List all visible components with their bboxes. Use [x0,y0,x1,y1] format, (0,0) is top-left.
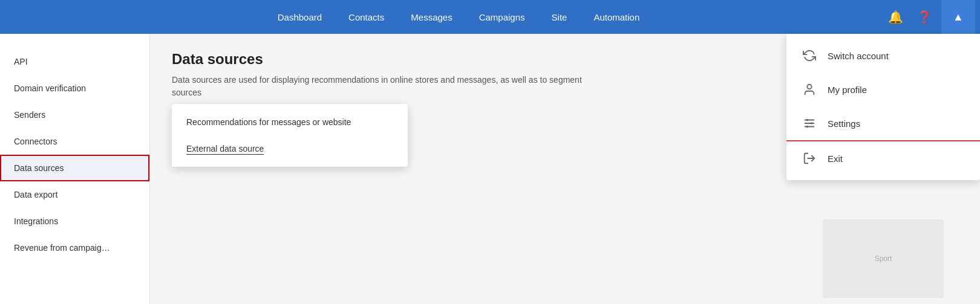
svg-point-4 [806,119,809,121]
page-description: Data sources are used for displaying rec… [172,74,595,99]
sidebar-item-connectors[interactable]: Connectors [0,128,149,155]
top-nav: Dashboard Contacts Messages Campaigns Si… [0,0,980,34]
switch-account-label: Switch account [828,51,889,61]
exit-icon [801,150,818,167]
sidebar-item-integrations[interactable]: Integrations [0,208,149,234]
sport-image-placeholder: Sport [823,219,944,298]
sidebar-revenue-label: Revenue from campaig… [14,243,110,253]
svg-point-6 [806,126,809,128]
my-profile-item[interactable]: My profile [786,73,980,106]
sidebar-data-export-label: Data export [14,190,57,199]
nav-action-icons: 🔔 ❓ ▲ [883,0,980,34]
sidebar-senders-label: Senders [14,110,45,120]
sidebar-item-domain-verification[interactable]: Domain verification [0,75,149,102]
account-menu-toggle[interactable]: ▲ [941,0,975,34]
dropdown-item-external[interactable]: External data source [172,135,408,162]
nav-dashboard[interactable]: Dashboard [264,0,335,34]
profile-dropdown: Switch account My profile Settings [786,34,980,180]
sidebar: API Domain verification Senders Connecto… [0,34,150,304]
new-data-source-dropdown: Recommendations for messages or website … [172,104,408,167]
sidebar-data-sources-label: Data sources [14,163,64,173]
settings-label: Settings [828,118,860,129]
exit-label: Exit [828,154,843,164]
sport-image-label: Sport [875,254,892,263]
svg-point-0 [807,85,811,89]
settings-icon [801,115,818,132]
dropdown-recommendations-label: Recommendations for messages or website [186,117,351,127]
dropdown-external-label: External data source [186,144,264,155]
notification-bell-icon[interactable]: 🔔 [883,5,907,29]
nav-site[interactable]: Site [538,0,581,34]
sidebar-item-data-export[interactable]: Data export [0,181,149,208]
my-profile-icon [801,81,818,98]
sidebar-item-revenue[interactable]: Revenue from campaig… [0,234,149,261]
sidebar-integrations-label: Integrations [14,216,58,226]
settings-item[interactable]: Settings [786,106,980,141]
nav-contacts[interactable]: Contacts [335,0,397,34]
my-profile-label: My profile [828,85,867,95]
nav-automation[interactable]: Automation [580,0,653,34]
switch-account-item[interactable]: Switch account [786,39,980,73]
svg-point-5 [811,122,813,125]
switch-account-icon [801,47,818,64]
exit-item[interactable]: Exit [786,141,980,175]
dropdown-item-recommendations[interactable]: Recommendations for messages or website [172,109,408,135]
help-icon[interactable]: ❓ [912,5,936,29]
sidebar-connectors-label: Connectors [14,137,57,146]
nav-messages[interactable]: Messages [397,0,465,34]
nav-links: Dashboard Contacts Messages Campaigns Si… [34,0,883,34]
sidebar-domain-label: Domain verification [14,83,86,93]
sidebar-item-api[interactable]: API [0,48,149,75]
nav-campaigns[interactable]: Campaigns [466,0,538,34]
sidebar-item-data-sources[interactable]: Data sources [0,155,149,181]
sidebar-item-senders[interactable]: Senders [0,102,149,128]
sidebar-api-label: API [14,57,28,66]
